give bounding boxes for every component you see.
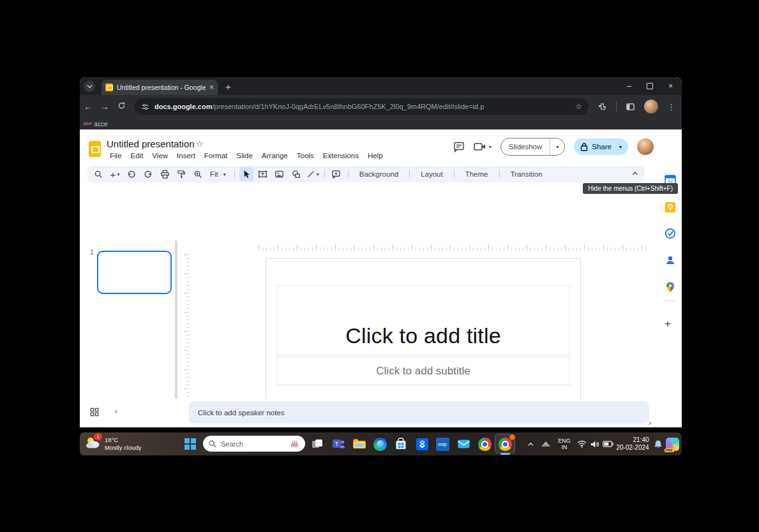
- account-avatar[interactable]: [637, 138, 654, 155]
- text-box-tool[interactable]: [256, 167, 270, 181]
- onedrive-tray-icon[interactable]: [538, 432, 553, 455]
- menu-format[interactable]: Format: [200, 151, 232, 161]
- mail-icon[interactable]: [456, 436, 471, 452]
- menu-help[interactable]: Help: [363, 151, 387, 161]
- title-placeholder[interactable]: Click to add title: [276, 285, 570, 355]
- new-tab-button[interactable]: +: [225, 81, 231, 92]
- document-title[interactable]: Untitled presentation: [107, 138, 195, 149]
- side-panel-strip: 31 +: [659, 161, 682, 427]
- new-slide-button[interactable]: +▾: [108, 167, 122, 181]
- zoom-select[interactable]: Fit: [207, 170, 221, 178]
- address-bar[interactable]: docs.google.com/presentation/d/1hYKnoJ-0…: [135, 98, 589, 115]
- join-call-button[interactable]: ▾: [474, 142, 492, 152]
- tray-expand-icon[interactable]: [524, 432, 537, 455]
- menu-file[interactable]: File: [105, 151, 126, 161]
- mdp-app-icon[interactable]: mdp: [435, 436, 450, 452]
- language-indicator[interactable]: ENGIN: [555, 432, 574, 455]
- back-button[interactable]: ←: [80, 101, 96, 112]
- site-info-icon[interactable]: [141, 103, 149, 111]
- tasks-icon[interactable]: [665, 228, 676, 239]
- file-explorer-icon[interactable]: [352, 436, 367, 452]
- microsoft-store-icon[interactable]: [393, 436, 409, 452]
- dropbox-icon[interactable]: [414, 436, 430, 452]
- menu-extensions[interactable]: Extensions: [319, 151, 363, 161]
- menu-insert[interactable]: Insert: [172, 151, 200, 161]
- grid-view-icon[interactable]: [90, 408, 99, 419]
- tab-search-button[interactable]: [84, 80, 95, 92]
- slideshow-options-dropdown[interactable]: ▾: [550, 138, 564, 155]
- layout-button[interactable]: Layout: [414, 170, 449, 178]
- insert-comment-tool[interactable]: [329, 167, 343, 181]
- bookmark-favicon: ECP: [84, 122, 91, 126]
- theme-button[interactable]: Theme: [459, 170, 495, 178]
- wifi-icon[interactable]: [575, 432, 588, 455]
- remote-desktop-screen: Untitled presentation - Google × + – × ←…: [80, 77, 682, 455]
- transition-button[interactable]: Transition: [504, 170, 549, 178]
- restore-button[interactable]: [647, 83, 653, 89]
- redo-button[interactable]: [141, 167, 155, 181]
- minimize-button[interactable]: –: [627, 82, 631, 91]
- expand-side-panel-icon[interactable]: ›: [649, 418, 651, 427]
- weather-widget[interactable]: 1 18°CMostly cloudy: [85, 435, 142, 453]
- menu-slide[interactable]: Slide: [232, 151, 257, 161]
- print-button[interactable]: [158, 167, 172, 181]
- select-tool[interactable]: [239, 167, 253, 181]
- battery-icon[interactable]: [601, 432, 615, 455]
- taskbar-search[interactable]: Search: [203, 436, 305, 452]
- bookmark-item[interactable]: acce: [94, 121, 107, 128]
- chrome-icon[interactable]: [477, 436, 492, 452]
- hide-menus-button[interactable]: [631, 169, 640, 181]
- extensions-icon[interactable]: [597, 102, 607, 112]
- teams-icon[interactable]: T: [331, 436, 346, 452]
- header-actions: ▾ Slideshow ▾ Share ▾: [453, 138, 654, 156]
- star-document-icon[interactable]: ☆: [196, 139, 204, 149]
- start-button[interactable]: [184, 438, 196, 450]
- browser-menu-icon[interactable]: ⋮: [667, 102, 675, 112]
- slide-thumbnail[interactable]: [97, 251, 172, 294]
- notification-bell-icon[interactable]: [652, 432, 665, 455]
- subtitle-placeholder[interactable]: Click to add subtitle: [276, 357, 570, 385]
- get-addons-button[interactable]: +: [665, 318, 671, 330]
- reload-button[interactable]: [113, 101, 130, 112]
- forward-button[interactable]: →: [96, 101, 113, 112]
- copilot-preview-icon[interactable]: PRE: [665, 432, 680, 455]
- menu-view[interactable]: View: [147, 151, 172, 161]
- contacts-icon[interactable]: [665, 255, 676, 266]
- background-button[interactable]: Background: [353, 170, 405, 178]
- divider: [665, 300, 676, 301]
- close-button[interactable]: ×: [668, 82, 673, 91]
- tab-close-icon[interactable]: ×: [209, 83, 214, 92]
- insert-line-tool[interactable]: ▾: [306, 167, 320, 181]
- clock-widget[interactable]: 21:4020-02-2024: [615, 432, 650, 455]
- bottom-bar: ‹ Click to add speaker notes ›: [80, 399, 659, 427]
- maps-icon[interactable]: [665, 281, 676, 293]
- undo-button[interactable]: [124, 167, 139, 181]
- edge-icon[interactable]: [372, 436, 387, 452]
- browser-tab[interactable]: Untitled presentation - Google ×: [101, 80, 218, 95]
- speaker-notes[interactable]: Click to add speaker notes: [189, 401, 649, 424]
- volume-icon[interactable]: [588, 432, 601, 455]
- bookmark-star-icon[interactable]: ☆: [575, 102, 582, 111]
- share-dropdown[interactable]: ▾: [615, 144, 626, 150]
- insert-image-tool[interactable]: [273, 167, 287, 181]
- menu-tools[interactable]: Tools: [292, 151, 319, 161]
- comment-history-icon[interactable]: [453, 141, 465, 152]
- chevron-down-icon[interactable]: ▾: [223, 172, 226, 177]
- insert-shape-tool[interactable]: [289, 167, 303, 181]
- zoom-icon[interactable]: [191, 167, 205, 181]
- search-menus-icon[interactable]: [91, 167, 105, 181]
- keep-icon[interactable]: [665, 202, 676, 213]
- windows-taskbar: 1 18°CMostly cloudy Search T mdp ENGIN 2…: [80, 432, 682, 455]
- slideshow-button[interactable]: Slideshow ▾: [500, 138, 565, 156]
- share-button[interactable]: Share ▾: [574, 138, 628, 155]
- weather-temp: 18°C: [105, 436, 118, 443]
- slides-logo-icon[interactable]: [89, 141, 101, 157]
- browser-profile-avatar[interactable]: [644, 100, 658, 114]
- paint-format-icon[interactable]: [174, 167, 188, 181]
- task-view-icon[interactable]: [310, 436, 325, 452]
- side-panel-icon[interactable]: [626, 102, 635, 112]
- menu-arrange[interactable]: Arrange: [257, 151, 292, 161]
- menu-edit[interactable]: Edit: [126, 151, 148, 161]
- hide-menus-tooltip: Hide the menus (Ctrl+Shift+F): [583, 183, 678, 194]
- collapse-filmstrip-icon[interactable]: ‹: [115, 407, 117, 416]
